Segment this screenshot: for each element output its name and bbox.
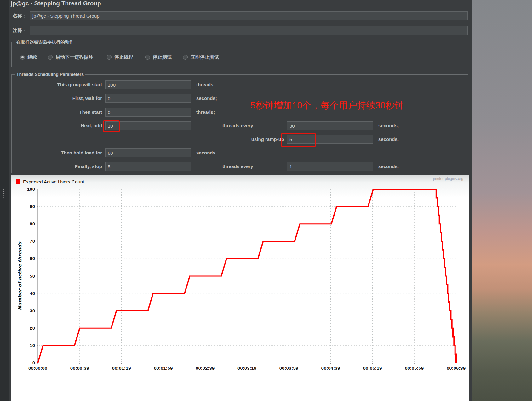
svg-text:50: 50 — [30, 273, 35, 279]
comment-label: 注释： — [13, 26, 27, 35]
radio-stop-test-now-label: 立即停止测试 — [191, 54, 219, 60]
expected-users-chart: 010203040506070809010000:00:0000:00:3900… — [11, 175, 469, 401]
stop-input[interactable] — [105, 162, 191, 171]
svg-text:20: 20 — [30, 325, 35, 331]
svg-text:100: 100 — [27, 186, 35, 192]
radio-stop-thread[interactable]: 停止线程 — [107, 54, 133, 60]
jmeter-plugins-watermark: jmeter-plugins.org — [433, 177, 463, 181]
red-annotation-text: 5秒钟增加10个，每个用户持续30秒钟 — [250, 99, 404, 112]
next-add-unit: seconds, — [378, 121, 399, 130]
first-wait-unit: seconds; — [196, 94, 217, 103]
then-start-input[interactable] — [105, 108, 191, 117]
comment-input[interactable] — [30, 26, 468, 35]
svg-text:00:04:39: 00:04:39 — [321, 365, 340, 371]
first-wait-label: First, wait for — [12, 94, 102, 103]
svg-text:80: 80 — [30, 221, 35, 226]
left-panel-edge — [0, 0, 9, 401]
then-start-label: Then start — [12, 108, 102, 117]
svg-text:40: 40 — [30, 291, 35, 296]
radio-stop-test-label: 停止测试 — [153, 54, 172, 60]
threads-scheduling-legend: Threads Scheduling Parameters — [15, 72, 85, 77]
ramp-up-unit: seconds. — [378, 135, 399, 144]
group-start-label: This group will start — [12, 80, 102, 89]
radio-selected-icon — [20, 55, 25, 60]
ramp-up-input[interactable] — [287, 135, 373, 144]
radio-stop-test[interactable]: 停止测试 — [145, 54, 172, 60]
hold-unit: seconds. — [196, 148, 217, 157]
radio-start-next-loop-label: 启动下一进程循环 — [55, 54, 93, 60]
error-action-group: 在取样器错误后要执行的动作 继续 启动下一进程循环 停止线程 停止测试 立即停止… — [11, 42, 468, 67]
name-label: 名称： — [13, 11, 27, 20]
svg-text:Number of active threads: Number of active threads — [17, 241, 23, 310]
svg-text:60: 60 — [30, 256, 35, 261]
name-input[interactable] — [30, 11, 468, 20]
svg-text:00:02:39: 00:02:39 — [196, 365, 215, 371]
splitter-handle[interactable] — [3, 189, 4, 190]
radio-icon — [107, 55, 112, 60]
error-action-legend: 在取样器错误后要执行的动作 — [15, 39, 75, 45]
first-wait-input[interactable] — [105, 94, 191, 103]
svg-text:00:01:19: 00:01:19 — [112, 365, 131, 371]
next-add-input[interactable] — [105, 121, 191, 130]
group-start-unit: threads: — [196, 80, 215, 89]
svg-text:00:03:19: 00:03:19 — [237, 365, 256, 371]
svg-text:00:05:19: 00:05:19 — [363, 365, 382, 371]
legend-swatch — [16, 179, 20, 184]
stop-unit: seconds. — [378, 162, 399, 171]
next-add-label: Next, add — [12, 121, 102, 130]
svg-text:00:01:59: 00:01:59 — [154, 365, 173, 371]
svg-text:90: 90 — [30, 204, 35, 209]
stop-every-input[interactable] — [287, 162, 373, 171]
desktop-wallpaper — [472, 0, 532, 401]
chart-legend: Expected Active Users Count — [16, 179, 84, 184]
stepping-thread-group-panel: jp@gc - Stepping Thread Group 名称： 注释： 在取… — [9, 0, 472, 401]
screen: jp@gc - Stepping Thread Group 名称： 注释： 在取… — [0, 0, 532, 401]
chart-canvas: 010203040506070809010000:00:0000:00:3900… — [11, 175, 469, 401]
svg-text:70: 70 — [30, 238, 35, 244]
svg-text:00:00:00: 00:00:00 — [28, 365, 47, 371]
svg-text:00:03:59: 00:03:59 — [279, 365, 298, 371]
next-add-mid-label: threads every — [222, 121, 253, 130]
radio-continue-label: 继续 — [28, 54, 37, 60]
ramp-up-label: using ramp-up — [220, 135, 284, 144]
radio-icon — [183, 55, 188, 60]
radio-start-next-loop[interactable]: 启动下一进程循环 — [48, 54, 93, 60]
svg-text:00:00:39: 00:00:39 — [70, 365, 89, 371]
radio-icon — [145, 55, 150, 60]
threads-scheduling-group: Threads Scheduling Parameters This group… — [11, 74, 468, 173]
hold-label: Then hold load for — [12, 148, 102, 157]
threads-every-input[interactable] — [287, 121, 373, 130]
legend-label: Expected Active Users Count — [23, 179, 84, 184]
group-start-input[interactable] — [105, 80, 191, 89]
page-title: jp@gc - Stepping Thread Group — [11, 0, 101, 7]
radio-icon — [48, 55, 53, 60]
then-start-unit: threads; — [196, 108, 215, 117]
svg-text:30: 30 — [30, 308, 35, 313]
svg-text:10: 10 — [30, 343, 35, 348]
radio-stop-test-now[interactable]: 立即停止测试 — [183, 54, 219, 60]
stop-label: Finally, stop — [12, 162, 102, 171]
hold-input[interactable] — [105, 148, 191, 157]
svg-text:00:05:59: 00:05:59 — [405, 365, 424, 371]
radio-stop-thread-label: 停止线程 — [114, 54, 133, 60]
stop-mid-label: threads every — [222, 162, 253, 171]
svg-text:00:06:39: 00:06:39 — [447, 365, 466, 371]
radio-continue[interactable]: 继续 — [20, 54, 37, 60]
svg-text:0: 0 — [32, 360, 35, 365]
